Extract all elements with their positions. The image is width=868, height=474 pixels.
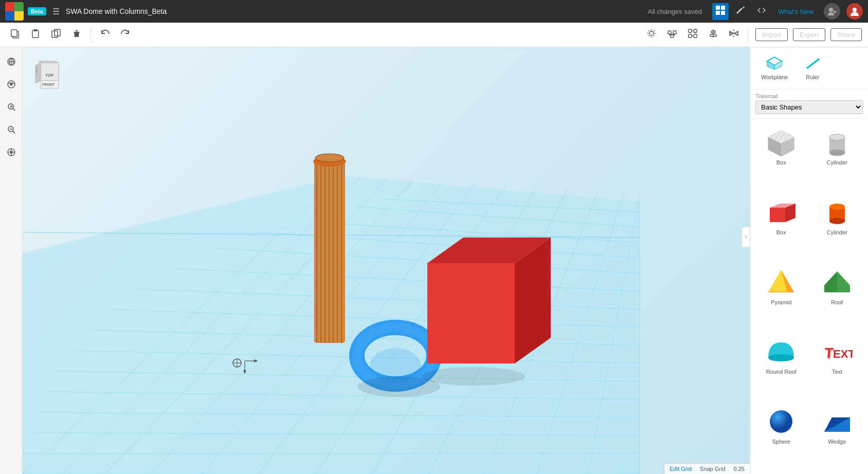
svg-rect-1 (721, 6, 725, 10)
svg-rect-24 (689, 29, 692, 32)
align-button[interactable] (704, 26, 722, 44)
svg-marker-113 (254, 359, 258, 362)
wooden-column[interactable] (313, 154, 346, 343)
shape-round-roof[interactable]: Round Roof (754, 332, 808, 400)
zoom-in-button[interactable] (2, 98, 21, 116)
svg-line-20 (654, 30, 654, 31)
shape-sphere[interactable]: Sphere (754, 402, 808, 470)
workplane-label: Workplane (761, 74, 788, 80)
svg-point-5 (853, 8, 857, 12)
red-box[interactable] (422, 238, 551, 386)
export-button[interactable]: Export (793, 28, 826, 41)
add-user-button[interactable] (824, 3, 840, 20)
svg-line-18 (654, 35, 654, 36)
share-button[interactable]: Share (830, 28, 862, 41)
beta-badge: Beta (28, 7, 46, 15)
shape-thumb-sphere (763, 406, 800, 436)
whats-new-button[interactable]: What's New (774, 6, 818, 17)
svg-rect-90 (314, 160, 345, 343)
move-arrows (243, 359, 258, 374)
cursor-marker (233, 359, 241, 367)
shape-label-box-grey: Box (776, 159, 786, 166)
ruler-label: Ruler (806, 74, 819, 80)
svg-rect-27 (694, 34, 697, 38)
hammer-tool-button[interactable] (733, 3, 749, 20)
delete-button[interactable] (68, 26, 85, 44)
shape-label-box-red: Box (776, 229, 786, 235)
zoom-out-button[interactable] (2, 120, 21, 139)
document-icon: ☰ (52, 7, 60, 16)
canvas-area[interactable]: TOP FRONT LEFT (23, 47, 750, 474)
shape-thumb-cylinder-grey (819, 126, 856, 157)
shape-pyramid[interactable]: Pyramid (754, 263, 808, 331)
svg-point-145 (829, 218, 845, 224)
shape-box-grey[interactable]: Box (754, 123, 808, 191)
shape-thumb-box-red (763, 196, 800, 227)
document-title[interactable]: SWA Dome with Columns_Beta (66, 7, 167, 15)
undo-button[interactable] (96, 26, 114, 44)
svg-rect-0 (716, 6, 720, 10)
shapes-grid: Box Cylinder (750, 119, 868, 474)
rp-tools-header: Workplane Ruler (750, 47, 868, 89)
shape-library-selector: Tinkercad Basic Shapes (750, 89, 868, 119)
svg-text:T: T (825, 346, 835, 362)
ruler-button[interactable]: Ruler (799, 52, 826, 84)
svg-point-157 (770, 410, 792, 433)
light-button[interactable] (643, 26, 660, 44)
svg-point-37 (10, 83, 12, 85)
shape-text[interactable]: T EXT T Text (810, 332, 864, 400)
svg-point-12 (649, 31, 654, 35)
shape-box-red[interactable]: Box (754, 193, 808, 261)
workplane-button[interactable]: Workplane (755, 52, 793, 84)
paste-button[interactable] (27, 26, 44, 44)
shape-label-cylinder-grey: Cylinder (827, 159, 847, 166)
svg-rect-25 (694, 29, 697, 32)
svg-line-19 (648, 35, 649, 36)
tinkercad-label: Tinkercad (755, 94, 863, 99)
toolbar-right: Import Export Share (643, 26, 862, 44)
shape-thumb-pyramid (763, 266, 800, 297)
svg-marker-151 (824, 271, 837, 292)
shape-label-round-roof: Round Roof (766, 369, 797, 375)
svg-point-108 (422, 367, 525, 386)
svg-point-4 (829, 8, 833, 12)
ungroup-button[interactable] (684, 26, 701, 44)
svg-marker-118 (767, 61, 774, 69)
svg-rect-106 (427, 263, 515, 363)
svg-line-17 (648, 30, 649, 31)
svg-rect-2 (716, 11, 720, 15)
grid-view-button[interactable] (712, 3, 729, 20)
shape-thumb-box-grey (763, 126, 800, 157)
user-avatar[interactable] (846, 3, 863, 20)
toolbar: Import Export Share (0, 23, 868, 47)
duplicate-button[interactable] (47, 26, 65, 44)
shape-roof[interactable]: Roof (810, 263, 864, 331)
svg-rect-9 (34, 29, 37, 31)
toolbar-divider-1 (91, 28, 91, 42)
redo-button[interactable] (117, 26, 134, 44)
mirror-button[interactable] (725, 26, 743, 44)
home-view-button[interactable] (2, 52, 21, 71)
code-button[interactable] (753, 3, 770, 20)
shape-thumb-roof (819, 266, 856, 297)
orbit-button[interactable] (2, 75, 21, 94)
copy-button[interactable] (6, 26, 24, 44)
toolbar-divider-2 (748, 28, 748, 42)
shapes-dropdown[interactable]: Basic Shapes (755, 100, 863, 114)
snap-button[interactable] (2, 143, 21, 161)
svg-line-44 (13, 131, 15, 133)
shape-label-wedge: Wedge (828, 439, 846, 445)
group-button[interactable] (663, 26, 681, 44)
import-button[interactable]: Import (755, 28, 788, 41)
saved-status: All changes saved (648, 8, 702, 15)
svg-marker-140 (770, 208, 785, 222)
shape-wedge[interactable]: Wedge (810, 402, 864, 470)
shape-cylinder-orange[interactable]: Cylinder (810, 193, 864, 261)
shape-label-sphere: Sphere (772, 439, 790, 445)
svg-marker-115 (243, 370, 246, 374)
svg-text:EXT: EXT (833, 348, 853, 360)
svg-rect-8 (32, 30, 39, 38)
edit-grid-label[interactable]: Edit Grid (670, 466, 692, 472)
panel-collapse-button[interactable]: › (742, 227, 750, 247)
shape-cylinder-grey[interactable]: Cylinder (810, 123, 864, 191)
